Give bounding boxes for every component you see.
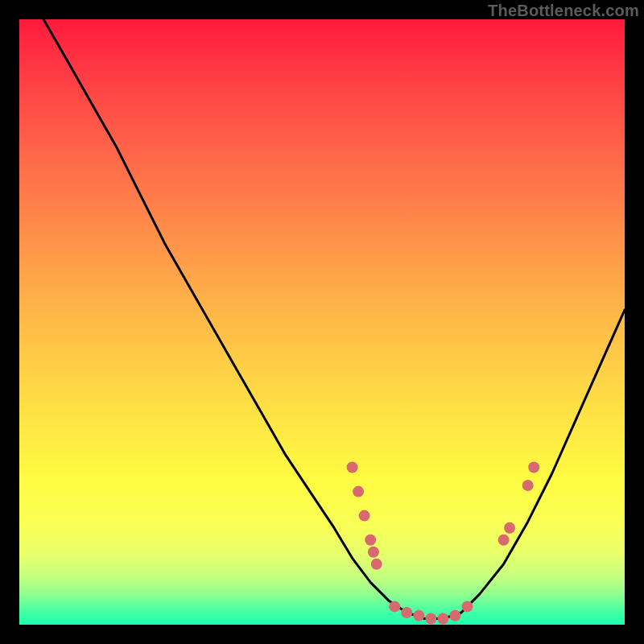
watermark-text: TheBottleneck.com [488,2,639,20]
data-point [498,535,510,546]
data-point [359,510,370,522]
data-point [389,601,400,612]
chart-frame: TheBottleneck.com [0,0,644,644]
data-point [365,535,376,546]
data-point [504,522,515,534]
data-point [353,486,364,497]
plot-area [19,19,625,625]
data-point [371,559,382,570]
data-point [347,462,358,473]
data-point [462,601,473,612]
bottleneck-curve [43,19,625,619]
data-point [401,607,412,618]
data-point [522,480,534,491]
data-point [368,547,379,558]
curve-layer [19,19,625,625]
data-point [528,462,539,473]
data-point [437,613,448,625]
data-point [425,613,436,625]
data-points [347,462,540,625]
data-point [413,610,424,621]
data-point [449,610,460,621]
